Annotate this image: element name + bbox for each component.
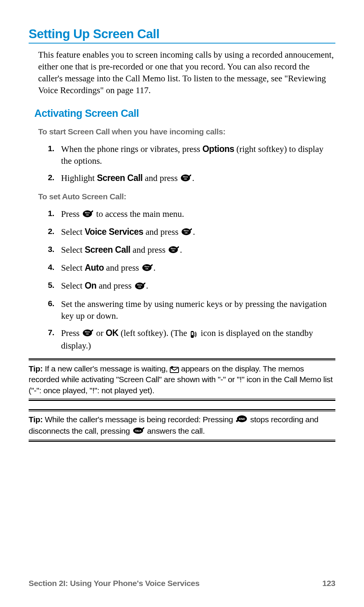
menu-ok-key-icon: MenuOK (180, 173, 191, 185)
svg-text:OK: OK (86, 333, 89, 335)
step-list-2: 1. Press MenuOK to access the main menu.… (38, 208, 335, 352)
footer-page-number: 123 (322, 579, 335, 588)
subtitle: Activating Screen Call (34, 108, 335, 119)
menu-ok-key-icon: MenuOK (168, 245, 179, 257)
list-item: 3. Select Screen Call and press MenuOK. (38, 244, 335, 257)
list-item: 1. Press MenuOK to access the main menu. (38, 208, 335, 221)
menu-ok-key-icon: MenuOK (82, 328, 93, 340)
list-item: 4. Select Auto and press MenuOK. (38, 262, 335, 274)
step-number: 3. (38, 244, 61, 257)
list-item: 1. When the phone rings or vibrates, pre… (38, 143, 335, 167)
step-number: 1. (38, 143, 61, 167)
tip-box-2: Tip: While the caller's message is being… (29, 409, 335, 442)
menu-ok-key-icon: MenuOK (82, 209, 93, 221)
step-number: 2. (38, 172, 61, 185)
list-item: 7. Press MenuOK or OK (left softkey). (T… (38, 327, 335, 352)
svg-text:OK: OK (138, 286, 141, 288)
step-number: 6. (38, 298, 61, 322)
svg-text:OK: OK (184, 178, 187, 180)
step-text: Select Auto and press MenuOK. (61, 262, 335, 274)
page-title: Setting Up Screen Call (29, 27, 335, 44)
step-text: Set the answering time by using numeric … (61, 298, 335, 322)
list-item: 5. Select On and press MenuOK. (38, 280, 335, 292)
svg-text:OK: OK (172, 250, 175, 252)
step-text: Select Screen Call and press MenuOK. (61, 244, 335, 257)
step-number: 5. (38, 280, 61, 292)
step-number: 1. (38, 208, 61, 221)
step-text: When the phone rings or vibrates, press … (61, 143, 335, 167)
svg-text:END: END (239, 417, 245, 421)
step-number: 4. (38, 262, 61, 274)
svg-text:OK: OK (86, 214, 89, 216)
svg-text:TALK: TALK (135, 429, 141, 432)
menu-ok-key-icon: MenuOK (142, 263, 153, 274)
svg-rect-22 (192, 332, 193, 335)
step-number: 7. (38, 327, 61, 352)
menu-ok-key-icon: MenuOK (181, 227, 192, 239)
step-list-1: 1. When the phone rings or vibrates, pre… (38, 143, 335, 185)
step-number: 2. (38, 226, 61, 239)
instruction-heading-2: To set Auto Screen Call: (38, 192, 335, 201)
talk-key-icon: TALK (133, 426, 144, 437)
envelope-icon (170, 364, 179, 373)
tip-content: Tip: While the caller's message is being… (29, 412, 335, 439)
list-item: 2. Highlight Screen Call and press MenuO… (38, 172, 335, 185)
phone-sound-icon (190, 330, 198, 338)
list-item: 6. Set the answering time by using numer… (38, 298, 335, 322)
end-key-icon: END (236, 415, 247, 425)
svg-point-24 (171, 366, 173, 368)
svg-point-26 (236, 420, 238, 422)
step-text: Press MenuOK or OK (left softkey). (The … (61, 327, 335, 352)
tip-label: Tip: (29, 364, 43, 373)
tip-content: Tip: If a new caller's message is waitin… (29, 361, 335, 398)
list-item: 2. Select Voice Services and press MenuO… (38, 226, 335, 239)
svg-text:OK: OK (185, 232, 188, 234)
step-text: Highlight Screen Call and press MenuOK. (61, 172, 335, 185)
step-text: Select On and press MenuOK. (61, 280, 335, 292)
step-text: Select Voice Services and press MenuOK. (61, 226, 335, 239)
menu-ok-key-icon: MenuOK (135, 281, 145, 293)
instruction-heading-1: To start Screen Call when you have incom… (38, 127, 335, 136)
step-text: Press MenuOK to access the main menu. (61, 208, 335, 221)
page-footer: Section 2I: Using Your Phone's Voice Ser… (29, 579, 335, 588)
tip-box-1: Tip: If a new caller's message is waitin… (29, 358, 335, 401)
intro-paragraph: This feature enables you to screen incom… (38, 49, 335, 96)
svg-text:OK: OK (145, 268, 148, 270)
footer-section: Section 2I: Using Your Phone's Voice Ser… (29, 579, 200, 588)
tip-label: Tip: (29, 415, 43, 424)
